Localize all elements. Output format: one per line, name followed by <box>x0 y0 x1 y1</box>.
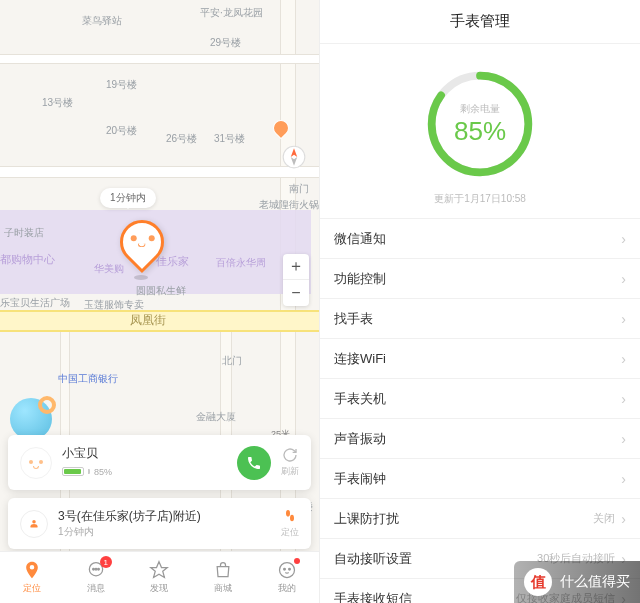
map-poi: 百倍永华周 <box>216 256 266 270</box>
map-poi: 菜鸟驿站 <box>82 14 122 28</box>
call-button[interactable] <box>237 446 271 480</box>
row-feature-control[interactable]: 功能控制› <box>320 259 640 299</box>
battery-indicator: 85% <box>62 467 112 477</box>
chevron-right-icon: › <box>621 311 626 327</box>
chevron-right-icon: › <box>621 511 626 527</box>
location-pin-icon[interactable] <box>120 220 168 278</box>
row-find-watch[interactable]: 找手表› <box>320 299 640 339</box>
map-poi: 31号楼 <box>214 132 245 146</box>
tab-mine[interactable]: 我的 <box>255 552 319 603</box>
watermark-badge: 值 <box>524 568 552 596</box>
map-poi: 平安·龙凤花园 <box>200 6 263 20</box>
map-poi: 29号楼 <box>210 36 241 50</box>
map-poi: 20号楼 <box>106 124 137 138</box>
updated-time: 更新于1月17日10:58 <box>434 192 526 206</box>
battery-value: 85% <box>454 116 506 147</box>
map-screen: 菜鸟驿站 平安·龙凤花园 29号楼 13号楼 19号楼 20号楼 26号楼 31… <box>0 0 320 603</box>
map-poi: 26号楼 <box>166 132 197 146</box>
secondary-pin-icon <box>273 120 291 142</box>
map-poi: 金融大厦 <box>196 410 236 424</box>
avatar-icon <box>20 447 52 479</box>
tab-discover[interactable]: 发现 <box>128 552 192 603</box>
map-poi: 都购物中心 <box>0 252 55 267</box>
map-poi: 子时装店 <box>4 226 44 240</box>
watermark: 值 什么值得买 <box>514 561 640 603</box>
location-card[interactable]: 3号(在佳乐家(坊子店)附近) 1分钟内 定位 <box>8 498 311 549</box>
face-icon <box>277 560 297 580</box>
map-zoom: ＋ − <box>283 254 309 306</box>
svg-point-12 <box>284 568 286 570</box>
row-shutdown[interactable]: 手表关机› <box>320 379 640 419</box>
row-sound-vibrate[interactable]: 声音振动› <box>320 419 640 459</box>
location-time-badge: 1分钟内 <box>100 188 156 208</box>
tab-locate[interactable]: 定位 <box>0 552 64 603</box>
chevron-right-icon: › <box>621 271 626 287</box>
star-icon <box>149 560 169 580</box>
battery-label: 剩余电量 <box>460 102 500 116</box>
svg-point-5 <box>290 515 294 522</box>
refresh-button[interactable]: 刷新 <box>281 447 299 478</box>
chevron-right-icon: › <box>621 431 626 447</box>
map-poi: 圆圆私生鲜 <box>136 284 186 298</box>
settings-list: 微信通知› 功能控制› 找手表› 连接WiFi› 手表关机› 声音振动› 手表闹… <box>320 218 640 603</box>
chevron-right-icon: › <box>621 351 626 367</box>
row-class-dnd[interactable]: 上课防打扰关闭› <box>320 499 640 539</box>
battery-gauge: 剩余电量 85% 更新于1月17日10:58 <box>320 44 640 218</box>
location-time: 1分钟内 <box>58 525 271 539</box>
zoom-out-button[interactable]: − <box>283 280 309 306</box>
chevron-right-icon: › <box>621 231 626 247</box>
svg-point-9 <box>97 568 99 570</box>
svg-point-7 <box>92 568 94 570</box>
map-poi: 南门 <box>289 182 309 196</box>
row-wifi[interactable]: 连接WiFi› <box>320 339 640 379</box>
chevron-right-icon: › <box>621 391 626 407</box>
svg-marker-10 <box>151 562 168 578</box>
bag-icon <box>213 560 233 580</box>
street-label: 凤凰街 <box>130 312 166 329</box>
map-poi: 13号楼 <box>42 96 73 110</box>
zoom-in-button[interactable]: ＋ <box>283 254 309 280</box>
watermark-text: 什么值得买 <box>560 573 630 591</box>
row-wechat-notify[interactable]: 微信通知› <box>320 219 640 259</box>
chevron-right-icon: › <box>621 471 626 487</box>
location-title: 3号(在佳乐家(坊子店)附近) <box>58 508 271 525</box>
page-title: 手表管理 <box>320 0 640 44</box>
pin-icon <box>22 560 42 580</box>
watch-manage-screen: 手表管理 剩余电量 85% 更新于1月17日10:58 微信通知› 功能控制› … <box>320 0 640 603</box>
info-cards: 小宝贝 85% 刷新 3号(在佳乐家(坊子店)附近) <box>8 427 311 549</box>
map-poi: 北门 <box>222 354 242 368</box>
streetview-icon <box>20 510 48 538</box>
map-poi: 乐宝贝生活广场 <box>0 296 70 310</box>
compass-icon[interactable] <box>281 144 307 170</box>
device-card[interactable]: 小宝贝 85% 刷新 <box>8 435 311 490</box>
locate-button[interactable]: 定位 <box>281 508 299 539</box>
map-poi: 中国工商银行 <box>58 372 118 386</box>
chat-icon: 1 <box>86 560 106 580</box>
svg-point-4 <box>286 510 290 517</box>
svg-point-8 <box>95 568 97 570</box>
device-name: 小宝贝 <box>62 445 227 462</box>
row-alarm[interactable]: 手表闹钟› <box>320 459 640 499</box>
map-poi: 19号楼 <box>106 78 137 92</box>
svg-point-11 <box>280 563 295 578</box>
map-poi: 老城隍街火锅 <box>259 198 319 212</box>
svg-point-3 <box>32 519 36 523</box>
tab-store[interactable]: 商城 <box>191 552 255 603</box>
svg-point-13 <box>289 568 291 570</box>
tab-messages[interactable]: 1 消息 <box>64 552 128 603</box>
tab-bar: 定位 1 消息 发现 商城 我的 <box>0 551 319 603</box>
map-poi: 玉莲服饰专卖 <box>84 298 144 312</box>
